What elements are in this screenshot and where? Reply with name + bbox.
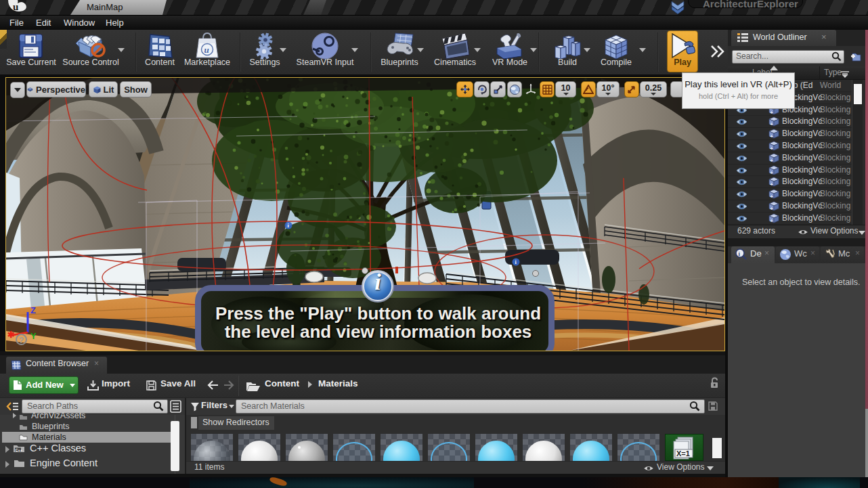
svg-text:✱: ✱	[7, 330, 15, 340]
svg-text:+: +	[770, 133, 773, 139]
svg-text:C++: C++	[16, 448, 22, 452]
svg-text:+: +	[770, 146, 773, 152]
svg-text:+: +	[770, 194, 773, 200]
svg-text:+: +	[770, 169, 773, 175]
svg-text:+: +	[770, 206, 773, 212]
svg-text:+: +	[770, 121, 773, 127]
svg-text:u: u	[13, 1, 18, 12]
svg-text:Y: Y	[30, 331, 37, 341]
svg-text:+: +	[770, 181, 773, 187]
svg-text:+: +	[770, 157, 773, 163]
svg-text:+: +	[770, 109, 773, 115]
svg-text:X=1: X=1	[676, 449, 690, 458]
svg-text:+: +	[770, 217, 773, 223]
svg-text:Z: Z	[30, 305, 36, 315]
svg-text:u: u	[204, 45, 209, 55]
